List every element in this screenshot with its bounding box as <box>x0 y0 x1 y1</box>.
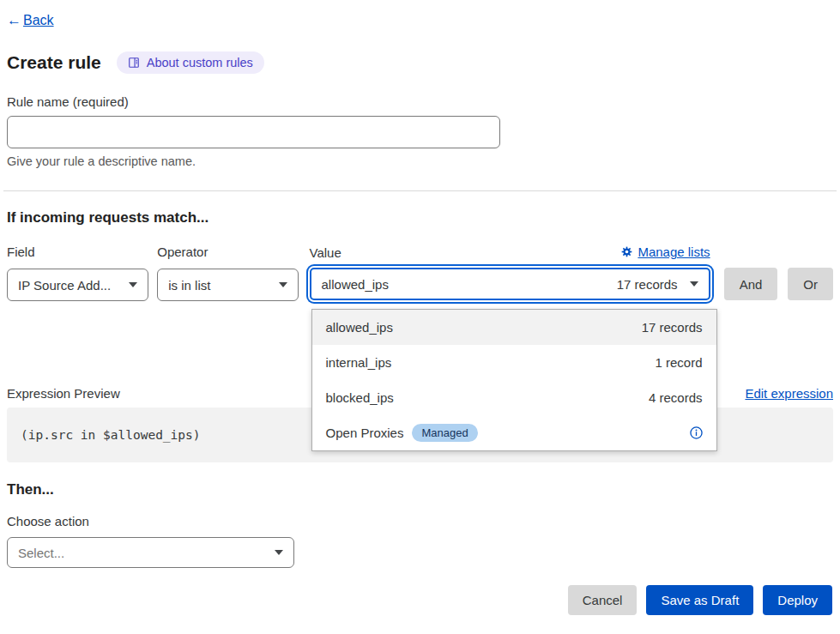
value-label-row: Value <box>310 245 710 260</box>
book-icon <box>128 57 140 69</box>
list-option-records: 17 records <box>642 320 703 335</box>
list-option-internal-ips[interactable]: internal_ips 1 record <box>312 345 716 380</box>
about-custom-rules-link[interactable]: About custom rules <box>117 51 264 74</box>
action-select-placeholder: Select... <box>18 546 266 560</box>
list-option-name: Open Proxies <box>326 426 404 440</box>
section-divider <box>3 190 837 191</box>
condition-row: Field IP Source Add... Operator is in li… <box>7 245 833 301</box>
value-column: Value <box>310 245 710 300</box>
value-label: Value <box>310 245 341 260</box>
back-link-label: Back <box>23 13 54 28</box>
list-option-allowed-ips[interactable]: allowed_ips 17 records <box>312 310 716 345</box>
expression-code: (ip.src in $allowed_ips) <box>21 428 201 442</box>
value-select-selected: allowed_ips <box>322 277 617 292</box>
list-option-blocked-ips[interactable]: blocked_ips 4 records <box>312 380 716 415</box>
cancel-button[interactable]: Cancel <box>568 585 638 615</box>
list-option-name: internal_ips <box>326 355 392 370</box>
about-custom-rules-label: About custom rules <box>147 56 253 69</box>
andor-group: And Or <box>724 245 833 300</box>
rule-name-input[interactable] <box>7 116 500 148</box>
rule-name-label: Rule name (required) <box>7 94 833 109</box>
save-as-draft-button[interactable]: Save as Draft <box>646 585 753 615</box>
chevron-down-icon <box>690 281 698 287</box>
deploy-button[interactable]: Deploy <box>763 585 832 615</box>
info-icon[interactable] <box>690 426 703 439</box>
list-option-records: 4 records <box>649 390 703 405</box>
page-title: Create rule <box>7 52 101 73</box>
back-arrow-icon: ← <box>7 12 21 29</box>
operator-select-value: is in list <box>168 278 269 293</box>
chevron-down-icon <box>279 282 287 287</box>
manage-lists-label: Manage lists <box>638 245 710 259</box>
field-label: Field <box>7 245 148 259</box>
then-section: Then... Choose action Select... <box>7 481 833 568</box>
then-heading: Then... <box>7 481 833 498</box>
footer-actions: Cancel Save as Draft Deploy <box>7 585 833 615</box>
chevron-down-icon <box>129 282 137 287</box>
match-section-heading: If incoming requests match... <box>7 209 833 226</box>
list-option-open-proxies[interactable]: Open Proxies Managed <box>312 415 716 450</box>
manage-lists-link[interactable]: Manage lists <box>621 245 710 259</box>
action-select[interactable]: Select... <box>7 537 294 568</box>
edit-expression-link[interactable]: Edit expression <box>745 386 833 401</box>
operator-select[interactable]: is in list <box>157 269 298 301</box>
rule-name-help-text: Give your rule a descriptive name. <box>7 154 833 168</box>
choose-action-label: Choose action <box>7 514 833 528</box>
back-link[interactable]: ← Back <box>7 12 54 29</box>
or-button[interactable]: Or <box>788 268 833 300</box>
field-column: Field IP Source Add... <box>7 245 148 301</box>
list-option-records: 1 record <box>656 355 703 370</box>
value-select[interactable]: allowed_ips 17 records <box>310 268 710 300</box>
managed-badge: Managed <box>412 424 477 442</box>
list-option-name: allowed_ips <box>326 320 393 335</box>
list-option-name: blocked_ips <box>326 390 394 405</box>
list-dropdown-menu: allowed_ips 17 records internal_ips 1 re… <box>311 309 717 451</box>
and-button[interactable]: And <box>724 268 778 300</box>
title-row: Create rule About custom rules <box>7 51 833 74</box>
create-rule-page: ← Back Create rule About custom rules Ru… <box>0 0 840 634</box>
operator-label: Operator <box>157 245 298 259</box>
field-select[interactable]: IP Source Add... <box>7 269 148 301</box>
operator-column: Operator is in list <box>157 245 298 301</box>
value-select-meta: 17 records <box>617 277 678 292</box>
chevron-down-icon <box>275 550 283 555</box>
field-select-value: IP Source Add... <box>18 278 120 293</box>
gear-icon <box>621 246 632 257</box>
expression-preview-label: Expression Preview <box>7 386 120 401</box>
